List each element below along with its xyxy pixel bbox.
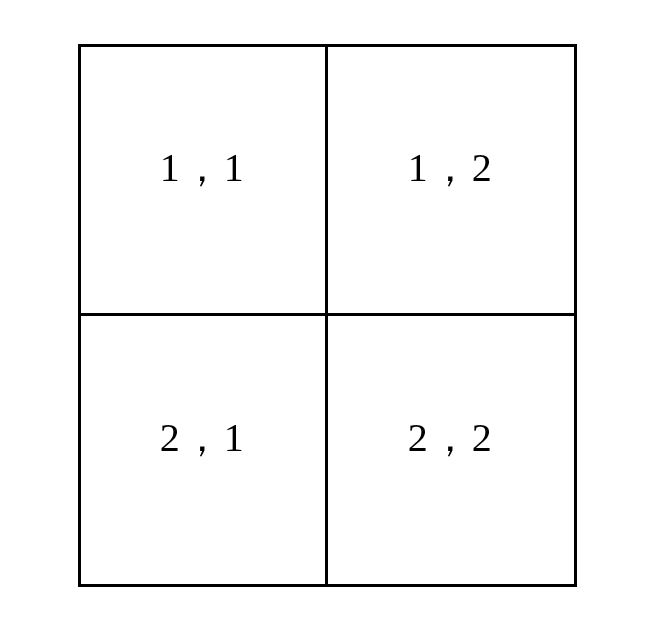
grid-row-2: 2，1 2，2 [81,316,574,585]
cell-label: 1，2 [408,140,494,195]
grid-cell-1-1: 1，1 [81,47,328,313]
grid-2x2: 1，1 1，2 2，1 2，2 [78,44,577,587]
cell-label: 2，1 [160,410,246,465]
cell-label: 1，1 [160,140,246,195]
grid-row-1: 1，1 1，2 [81,47,574,316]
grid-cell-2-2: 2，2 [328,316,575,585]
cell-label: 2，2 [408,410,494,465]
grid-cell-1-2: 1，2 [328,47,575,313]
grid-cell-2-1: 2，1 [81,316,328,585]
